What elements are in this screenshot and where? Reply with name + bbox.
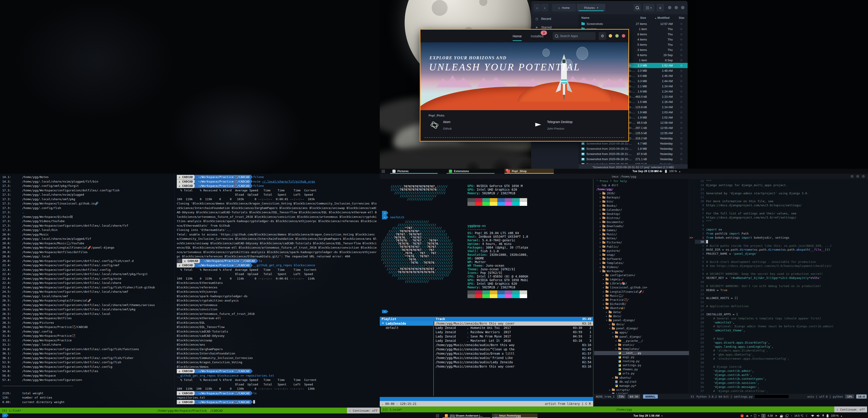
tree-item[interactable]: ▸configuration✎/ [594,273,689,277]
cmus-playlist-item[interactable]: * LadyZenaida [380,321,433,326]
featured-banner[interactable]: EXPLORE YOUR HORIZONS AND UNLEASH YOUR P… [421,42,628,110]
close-button[interactable] [862,175,865,178]
star-icon[interactable]: ☆ [680,106,683,109]
tab-installed[interactable]: Installed 3 [531,32,544,40]
tree-item[interactable]: ▸bin/ [594,200,689,204]
tree-item[interactable]: " Press ? for help [594,179,689,183]
night-light-icon[interactable]: ☾ [806,414,809,418]
tree-item[interactable]: ▸apps/ [594,330,689,334]
star-icon[interactable]: ☆ [680,95,683,98]
star-icon[interactable]: ☆ [680,85,683,88]
forward-button[interactable]: › [541,4,548,11]
app-card-atom[interactable]: Atom Github [429,119,501,134]
star-icon[interactable]: ☆ [680,100,683,103]
tree-item[interactable]: ▸Games/ [594,228,689,232]
neofetch-pane[interactable]: //////.76767676767676767,////// /////767… [380,179,593,317]
tree-item[interactable]: ▾Ubuntu🦋/ [594,306,689,310]
tree-item[interactable]: ▸Distros/ [594,216,689,220]
tab-home[interactable]: Home [513,32,522,40]
back-button[interactable]: ‹ [533,4,541,11]
minimize-button[interactable] [850,175,854,178]
search-button[interactable] [633,4,641,11]
star-icon[interactable]: ☆ [680,137,683,140]
tree-item[interactable]: ▸static/ [594,343,689,347]
gear-icon[interactable]: ⚙ [598,32,606,40]
tree-item[interactable]: asgi.py [594,355,689,359]
sidebar-item-recent[interactable]: ◷Recent [531,14,579,23]
taskbar-button-2[interactable]: tmux /home/ygg [492,414,537,418]
star-icon[interactable]: ☆ [680,131,683,135]
tree-item[interactable]: ▸Desktop/ [594,212,689,216]
star-icon[interactable]: ☆ [680,147,683,150]
tree-item[interactable]: routing.py [594,359,689,363]
sensor-applet-icon[interactable] [741,414,744,417]
terminal-window-right[interactable]: tmux /home/ygg //////.76767676767676767,… [380,174,868,414]
app-grid-icon[interactable] [436,414,439,417]
vim-editor-pane[interactable]: 15"""14Django settings for django_multi_… [689,179,868,399]
cmus-track-row[interactable]: /home/ygg/Music/zenaida/Born this way co… [434,321,593,326]
tmux-statusbar-left[interactable]: [0] 1:fish* /home/ygg/Workspace/Practice… [0,408,380,414]
column-name[interactable]: Name [581,16,589,20]
star-icon[interactable]: ☆ [680,116,683,119]
tmux-statusbar-right[interactable]: [1] 1:nvim* /home/ygg Continuum: off [381,407,867,412]
tree-item[interactable]: ▸Music/ [594,232,689,236]
search-apps-field[interactable]: Search Apps [553,32,596,40]
taskbar-button-2[interactable]: Extensions [447,169,495,174]
column-star[interactable]: Star [679,16,684,20]
maximize-button[interactable] [615,34,619,37]
volume-icon[interactable] [659,170,662,173]
tree-item[interactable]: ▾panel_django/ [594,335,689,339]
star-icon[interactable]: ☆ [680,69,683,72]
cadcad-shell-pane[interactable]: ♟ CADCAD~/Workspace/Practice🏹/CADCAD fcl… [177,175,378,404]
tree-item[interactable]: ▸Books/ [594,204,689,208]
wifi-icon[interactable] [653,170,657,173]
tray-expand-icon[interactable]: ▴ [841,415,842,417]
tree-item[interactable]: ▸Notes/ [594,236,689,240]
cmus-track-row[interactable]: /home/ygg/Music/zenaida/audio/Dream a li… [434,352,593,356]
tree-item[interactable]: ▾Workspace/ [594,269,689,273]
cmus-tracklist[interactable]: /home/ygg/Music/zenaida/Born this way co… [434,321,593,396]
tree-item[interactable]: ▸Backups/ [594,196,689,200]
star-icon[interactable]: ☆ [680,27,683,31]
tree-item[interactable]: ▸docs/ [594,314,689,318]
tree-item[interactable]: ▾panel-django/ [594,318,689,322]
table-row[interactable]: Screenshot from 2020-09-28 21-…4.7 MBYes… [579,141,688,146]
terminal-window-left[interactable]: 14.1:/home/ygg/Notes14.3:/home/ygg/.loca… [0,174,380,418]
tree-item[interactable]: ▸Pictures/ [594,240,689,244]
star-icon[interactable]: ☆ [680,59,683,62]
clock-bottom[interactable]: Tue Sep 29 1:56 AM● [633,414,662,418]
maximize-button[interactable] [675,6,678,9]
microphone-icon[interactable] [822,414,824,417]
tree-item[interactable]: ▸__pycache__/ [594,339,689,343]
autojump-stats-pane[interactable]: 14.1:/home/ygg/Notes14.3:/home/ygg/.loca… [2,175,173,418]
tree-item[interactable]: urls.py [594,371,689,376]
app-card-telegram[interactable]: Telegram Desktop John Preston [532,119,605,134]
star-icon[interactable]: ☆ [680,121,683,124]
star-icon[interactable]: ☆ [680,64,683,67]
star-icon[interactable]: ☆ [680,43,683,47]
cmus-track-row[interactable]: Lady Zenaid . Mastered- Let It 201803:16… [434,338,593,343]
wifi-icon[interactable] [811,414,814,417]
tree-item[interactable]: ▸Library📚/ [594,281,689,286]
minimize-button[interactable] [609,34,612,37]
cmus-track-row[interactable]: Lady Zenaid . Save Me From Myse 201704:5… [434,334,593,338]
system-tray-top[interactable]: ☾ 100 % ▴ [648,169,680,174]
cmus-track-row[interactable]: Lady Zenaid . Humanite Uni Toi 201703:30… [434,326,593,330]
nerdtree-pane[interactable]: " Press ? for help.. (up a dir)/home/ygg… [594,179,689,399]
tree-item[interactable]: /home/ygg/ [594,187,689,191]
battery-icon[interactable] [665,170,667,173]
star-icon[interactable]: ☆ [680,126,683,129]
tree-item[interactable]: themes.py [594,367,689,371]
cmus-track-row[interactable]: /home/ygg/Music/zenaida/audio/Lady Zenai… [434,360,593,364]
star-icon[interactable]: ☆ [680,48,683,52]
tree-item[interactable]: .. (up a dir) [594,183,689,187]
column-size[interactable]: Size [640,16,646,20]
cmus-track-row[interactable]: /home/ygg/Music/zenaida/audio/Born this … [434,343,593,347]
tree-item[interactable]: ▸pystore/ [594,249,689,253]
menu-button[interactable]: ≡ [656,4,664,11]
close-button[interactable] [622,34,625,37]
tree-item[interactable]: ▸docs/ [594,322,689,326]
tray-expand-icon[interactable]: ▴ [679,170,680,173]
cmus-player-pane[interactable]: Playlist Track 35:49 * LadyZenaida defau… [380,317,593,407]
star-icon[interactable]: ☆ [680,152,683,156]
